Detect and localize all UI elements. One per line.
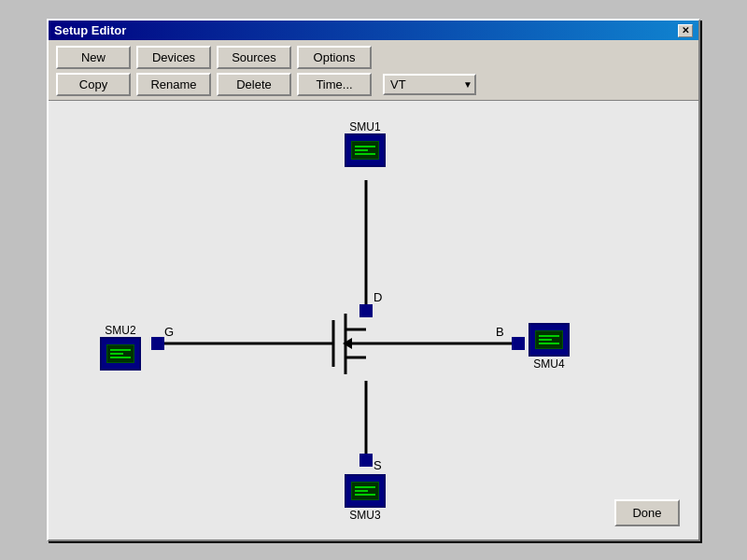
smu4-screen-lines <box>539 335 559 344</box>
smu4-line1 <box>539 335 559 337</box>
smu2-line1 <box>110 349 131 351</box>
svg-text:S: S <box>374 458 382 472</box>
new-button[interactable]: New <box>56 46 131 69</box>
svg-marker-12 <box>343 338 352 349</box>
smu4-line2 <box>539 339 552 341</box>
window-title: Setup Editor <box>54 23 126 37</box>
sources-button[interactable]: Sources <box>217 46 291 69</box>
svg-rect-1 <box>359 304 373 317</box>
smu1-screen <box>351 141 379 160</box>
smu1-line3 <box>355 153 375 155</box>
smu1-device[interactable]: SMU1 <box>345 119 386 167</box>
smu1-screen-lines <box>355 146 375 155</box>
smu2-screen <box>106 344 134 363</box>
svg-rect-7 <box>512 337 525 350</box>
done-button[interactable]: Done <box>614 499 680 526</box>
smu1-icon <box>345 133 386 167</box>
smu3-line3 <box>355 494 375 496</box>
smu2-device[interactable]: SMU2 <box>100 323 141 371</box>
vt-dropdown[interactable]: VT IT RT <box>383 74 476 95</box>
smu3-line1 <box>355 486 375 488</box>
smu3-device[interactable]: SMU3 <box>345 474 386 522</box>
smu4-screen <box>535 330 563 349</box>
smu2-line2 <box>110 353 123 355</box>
smu1-line2 <box>355 149 368 151</box>
smu4-label: SMU4 <box>533 357 564 371</box>
toolbar-row-2: Copy Rename Delete Time... VT IT RT ▼ <box>56 73 691 96</box>
svg-text:D: D <box>374 290 382 304</box>
toolbar: New Devices Sources Options Copy Rename … <box>49 40 698 101</box>
smu3-screen-lines <box>355 486 375 496</box>
time-button[interactable]: Time... <box>297 73 372 96</box>
svg-text:G: G <box>164 325 174 339</box>
svg-rect-5 <box>151 337 164 350</box>
smu1-label: SMU1 <box>349 120 380 133</box>
smu3-icon <box>345 474 386 508</box>
dropdown-wrapper: VT IT RT ▼ <box>383 74 476 95</box>
smu2-screen-lines <box>110 349 131 358</box>
smu2-label: SMU2 <box>105 324 135 337</box>
copy-button[interactable]: Copy <box>56 73 131 96</box>
rename-button[interactable]: Rename <box>136 73 211 96</box>
smu2-icon <box>100 337 141 371</box>
options-button[interactable]: Options <box>297 46 372 69</box>
delete-button[interactable]: Delete <box>217 73 291 96</box>
smu4-device[interactable]: SMU4 <box>529 323 570 371</box>
svg-text:B: B <box>496 325 504 339</box>
smu4-line3 <box>539 343 559 344</box>
smu3-label: SMU3 <box>349 509 380 522</box>
setup-editor-window: Setup Editor ✕ New Devices Sources Optio… <box>47 19 700 541</box>
devices-button[interactable]: Devices <box>136 46 211 69</box>
smu2-line3 <box>110 357 131 358</box>
smu3-line2 <box>355 490 368 492</box>
close-button[interactable]: ✕ <box>678 24 693 37</box>
title-bar: Setup Editor ✕ <box>49 21 698 40</box>
toolbar-row-1: New Devices Sources Options <box>56 46 691 69</box>
canvas-area: D G S B SMU1 SMU2 <box>49 101 698 539</box>
smu4-icon <box>529 323 570 357</box>
smu1-line1 <box>355 146 375 147</box>
smu3-screen <box>351 482 379 500</box>
svg-rect-3 <box>359 454 373 467</box>
